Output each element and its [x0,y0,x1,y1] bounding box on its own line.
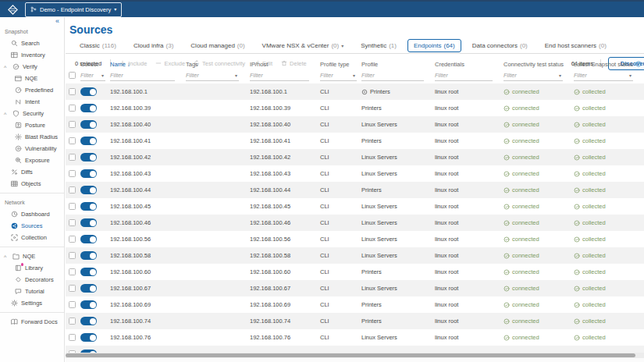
collect-toggle[interactable] [80,137,97,145]
sidebar-item-forward-docs[interactable]: Forward Docs [0,316,64,328]
check-circle-icon [574,138,580,144]
sidebar-item-intent[interactable]: Intent [0,96,64,108]
tab-end-host-scanners[interactable]: End host scanners (0) [539,39,613,52]
collect-filter[interactable]: Filter▾ [80,70,105,81]
horizontal-scrollbar[interactable] [66,353,644,358]
collect-toggle[interactable] [80,268,97,276]
collect-toggle[interactable] [80,169,97,178]
row-checkbox[interactable] [69,154,76,161]
sidebar-item-sources[interactable]: Sources [0,220,64,232]
sidebar-collapse-button[interactable]: « [0,17,64,26]
table-row: 192.168.100.1 192.168.100.1 CLI Printers… [66,83,644,100]
scrollbar-gutter [66,358,644,362]
collect-toggle[interactable] [80,300,97,309]
row-checkbox[interactable] [69,186,76,193]
column-header-tags[interactable]: Tags [186,61,250,68]
column-header-name[interactable]: Name ↓ [110,61,186,68]
column-header-collect[interactable]: Collect [80,61,110,68]
select-all-checkbox[interactable] [69,72,76,79]
collect-toggle[interactable] [80,202,97,211]
column-header-credentials[interactable]: Credentials [435,61,503,68]
sidebar-item-collection[interactable]: Collection [0,232,64,243]
row-profile: Printers [361,105,435,112]
sidebar-item-settings[interactable]: Settings [0,297,64,309]
help-icon[interactable]: ? [635,61,642,67]
sidebar-item-vulnerability[interactable]: Vulnerability [0,143,64,154]
snapshot-filter[interactable]: Filter▾ [574,70,633,81]
collect-toggle[interactable] [80,284,97,293]
row-checkbox[interactable] [69,236,76,243]
scrollbar-thumb[interactable] [66,353,635,357]
column-header-ip[interactable]: IP/host [250,61,320,68]
column-header-profile-type[interactable]: Profile type [320,61,361,68]
sidebar-item-diffs[interactable]: Diffs [0,166,64,178]
sidebar-item-exposure[interactable]: Exposure [0,154,64,166]
collect-toggle[interactable] [80,251,97,260]
row-profile: Linux Servers [361,170,435,177]
tab-vmware-nsx-vcenter[interactable]: VMware NSX & vCenter (0) ▾ [256,39,350,52]
row-checkbox[interactable] [69,121,76,128]
row-checkbox[interactable] [69,318,76,325]
collect-toggle[interactable] [80,104,97,112]
column-header-connectivity[interactable]: Connectivity test status [503,61,574,68]
collect-toggle[interactable] [80,186,97,194]
sidebar-item-predefined[interactable]: Predefined [0,84,64,96]
sidebar-item-objects[interactable]: Objects [0,178,64,190]
row-checkbox[interactable] [69,334,76,341]
row-checkbox[interactable] [69,170,76,177]
collect-toggle[interactable] [80,333,97,342]
collect-toggle[interactable] [80,235,97,243]
sidebar-item-nqe-verify[interactable]: NQE [0,73,64,84]
network-selector-button[interactable]: Demo - Endpoint Discovery ▾ [25,2,122,17]
row-checkbox[interactable] [69,88,76,95]
collect-toggle[interactable] [80,87,97,96]
check-circle-icon [574,204,580,210]
connectivity-filter[interactable]: Filter▾ [503,70,563,81]
sidebar-group-nqe[interactable]: ^ NQE [0,250,64,262]
column-header-profile[interactable]: Profile [361,61,435,68]
row-checkbox[interactable] [69,105,76,112]
credentials-filter[interactable]: Filter [435,70,493,81]
tab-count: (3) [166,42,174,49]
row-checkbox[interactable] [69,268,76,275]
table-row: 192.168.100.40 192.168.100.40 CLI Linux … [66,116,644,133]
row-snapshot-status: collected [574,186,644,193]
collect-toggle[interactable] [80,218,97,227]
row-checkbox[interactable] [69,137,76,144]
row-checkbox[interactable] [69,301,76,308]
sidebar-item-posture[interactable]: Posture [0,119,64,131]
tab-endpoints[interactable]: Endpoints (64) [407,39,461,52]
sidebar-item-blast-radius[interactable]: Blast Radius [0,131,64,143]
tab-cloud-managed[interactable]: Cloud managed (0) [184,39,251,52]
sidebar-item-dashboard[interactable]: Dashboard [0,208,64,220]
row-credentials: linux root [435,301,503,308]
collect-toggle[interactable] [80,153,97,161]
sidebar-item-tutorial[interactable]: Tutorial [0,286,64,297]
row-checkbox[interactable] [69,285,76,292]
name-filter[interactable]: Filter [110,70,175,81]
collect-toggle[interactable] [80,317,97,325]
sidebar-group-verify[interactable]: ^ Verify [0,61,64,73]
sidebar-item-inventory[interactable]: Inventory [0,49,64,61]
tags-filter[interactable]: Filter▾ [186,70,239,81]
collect-toggle[interactable] [80,120,97,129]
row-checkbox[interactable] [69,219,76,226]
row-name: 192.168.100.67 [110,285,186,292]
row-checkbox[interactable] [69,203,76,210]
row-checkbox[interactable] [69,252,76,259]
ip-filter[interactable]: Filter [250,70,309,81]
column-header-snapshot[interactable]: Latest Snapshot status ? [574,61,644,68]
tab-cloud-infra[interactable]: Cloud infra (3) [127,39,180,52]
tab-data-connectors[interactable]: Data connectors (0) [466,39,534,52]
tab-classic[interactable]: Classic (116) [73,39,123,52]
sidebar-item-library[interactable]: Library [0,262,64,274]
sidebar-group-security[interactable]: ^ Security [0,108,64,119]
chevron-up-icon: ^ [4,112,9,117]
sidebar-item-search[interactable]: Search [0,37,64,49]
row-ip: 192.168.100.43 [250,170,320,177]
profile-type-filter[interactable]: Filter▾ [320,70,357,81]
row-profile-type: CLI [320,203,361,210]
sidebar-item-decorators[interactable]: Decorators [0,274,64,286]
tab-synthetic[interactable]: Synthetic (1) [354,39,403,52]
profile-filter[interactable]: Filter [361,70,424,81]
